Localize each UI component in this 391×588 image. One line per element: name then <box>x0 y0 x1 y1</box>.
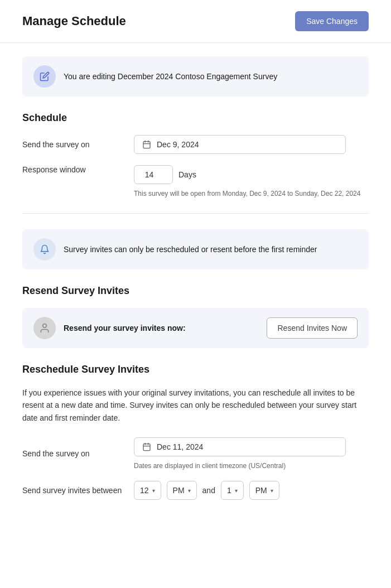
reschedule-send-on-row: Send the survey on Dec 11, 2024 Dates ar… <box>22 437 369 470</box>
resend-left: Resend your survey invites now: <box>33 317 186 339</box>
reschedule-section-title: Reschedule Survey Invites <box>22 364 369 375</box>
reschedule-description: If you experience issues with your origi… <box>22 387 369 424</box>
calendar-icon-2 <box>142 442 151 451</box>
resend-box: Resend your survey invites now: Resend I… <box>22 308 369 348</box>
svg-point-4 <box>43 324 47 328</box>
reschedule-send-on-label: Send the survey on <box>22 449 123 458</box>
resend-label: Resend your survey invites now: <box>64 324 186 332</box>
editing-banner: You are editing December 2024 Contoso En… <box>22 56 369 97</box>
reschedule-send-on-date-value: Dec 11, 2024 <box>157 442 203 451</box>
send-on-label: Send the survey on <box>22 140 123 149</box>
ampm-start-select[interactable]: PM ▾ <box>167 481 197 500</box>
page-title: Manage Schedule <box>22 14 126 28</box>
bell-icon <box>40 244 50 254</box>
editing-banner-text: You are editing December 2024 Contoso En… <box>64 72 277 81</box>
hour-start-select[interactable]: 12 ▾ <box>134 481 161 500</box>
send-on-date-input[interactable]: Dec 9, 2024 <box>134 135 346 154</box>
bell-icon-circle <box>33 238 56 261</box>
ampm-end-value: PM <box>255 486 267 495</box>
person-icon <box>39 322 50 334</box>
schedule-section-title: Schedule <box>22 112 369 124</box>
chevron-down-icon-1: ▾ <box>152 488 155 494</box>
page-header: Manage Schedule Save Changes <box>0 0 391 43</box>
svg-rect-0 <box>143 142 150 148</box>
reschedule-send-on-date-input[interactable]: Dec 11, 2024 <box>134 437 346 456</box>
resend-invites-button[interactable]: Resend Invites Now <box>267 317 358 339</box>
send-on-date-value: Dec 9, 2024 <box>157 140 199 149</box>
hour-end-value: 1 <box>227 486 231 495</box>
resend-section-title: Resend Survey Invites <box>22 285 369 297</box>
ampm-end-select[interactable]: PM ▾ <box>249 481 279 500</box>
svg-rect-5 <box>143 444 150 451</box>
divider-1 <box>22 213 369 214</box>
calendar-icon <box>142 140 151 149</box>
and-text: and <box>202 486 215 495</box>
main-content: You are editing December 2024 Contoso En… <box>0 43 391 524</box>
ampm-start-value: PM <box>173 486 185 495</box>
pencil-icon-circle <box>33 65 56 88</box>
response-window-helper: This survey will be open from Monday, De… <box>134 190 360 197</box>
reminder-banner-text: Survey invites can only be rescheduled o… <box>64 245 317 254</box>
chevron-down-icon-4: ▾ <box>271 488 273 494</box>
pencil-icon <box>40 71 50 81</box>
response-window-row: Response window Days This survey will be… <box>22 165 369 197</box>
person-icon-circle <box>33 317 56 339</box>
send-between-controls: 12 ▾ PM ▾ and 1 ▾ PM ▾ <box>134 481 279 500</box>
response-window-unit: Days <box>178 170 196 179</box>
response-window-inputs: Days This survey will be open from Monda… <box>134 165 360 197</box>
chevron-down-icon-3: ▾ <box>235 488 238 494</box>
response-window-input[interactable] <box>134 165 173 184</box>
response-window-inline: Days <box>134 165 360 184</box>
hour-start-value: 12 <box>140 486 149 495</box>
reminder-banner: Survey invites can only be rescheduled o… <box>22 229 369 269</box>
chevron-down-icon-2: ▾ <box>188 488 191 494</box>
send-between-row: Send survey invites between 12 ▾ PM ▾ an… <box>22 481 369 500</box>
send-on-row: Send the survey on Dec 9, 2024 <box>22 135 369 154</box>
send-between-label: Send survey invites between <box>22 486 123 495</box>
timezone-helper: Dates are displayed in client timezone (… <box>134 462 346 470</box>
save-button[interactable]: Save Changes <box>295 11 369 31</box>
hour-end-select[interactable]: 1 ▾ <box>221 481 244 500</box>
response-window-label: Response window <box>22 165 123 174</box>
